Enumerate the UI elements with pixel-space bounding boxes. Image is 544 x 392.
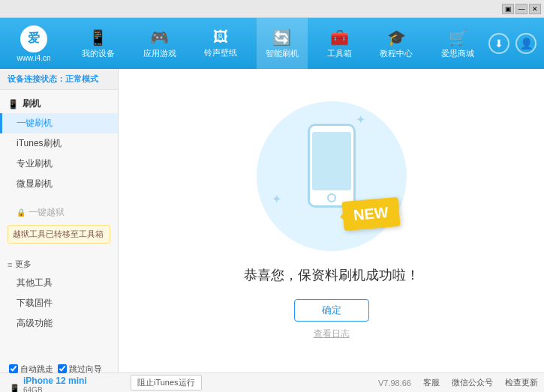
lock-icon: 🔒 (17, 208, 26, 217)
download-btn[interactable]: ⬇ (488, 33, 509, 54)
bars-icon: ≡ (8, 260, 12, 269)
nav-wallpaper[interactable]: 🖼 铃声壁纸 (195, 18, 246, 69)
shop-icon: 🛒 (449, 28, 467, 46)
wallpaper-icon: 🖼 (213, 28, 228, 46)
nav-items: 📱 我的设备 🎮 应用游戏 🖼 铃声壁纸 🔄 智能刷机 🧰 工具箱 🎓 教程中心… (68, 18, 488, 69)
version-text: V7.98.66 (378, 379, 411, 388)
phone-screen (312, 132, 351, 190)
sidebar-item-other-tools[interactable]: 其他工具 (0, 273, 118, 293)
confirm-button[interactable]: 确定 (294, 299, 369, 322)
sidebar-item-pro[interactable]: 专业刷机 (0, 154, 118, 174)
nav-tools[interactable]: 🧰 工具箱 (318, 18, 361, 69)
auto-skip-input[interactable] (9, 364, 18, 373)
checkboxes-row: 自动跳走 跳过向导 (9, 364, 122, 375)
phone-shape (308, 124, 356, 208)
logo-area: 爱 www.i4.cn (8, 25, 60, 62)
nav-flash[interactable]: 🔄 智能刷机 (257, 18, 308, 69)
title-bar: ▣ — ✕ (0, 0, 544, 18)
content-area: ✦ ✦ NEW 恭喜您，保资料刷机成功啦！ 确定 查看日志 (119, 69, 544, 373)
tutorial-icon: 🎓 (387, 28, 406, 46)
sidebar-more-section: ≡ 更多 其他工具 下载固件 高级功能 (0, 251, 118, 338)
skip-wizard-input[interactable] (58, 364, 67, 373)
logo-icon: 爱 (20, 25, 47, 52)
bottom-left-section: 自动跳走 跳过向导 📱 iPhone 12 mini 64GB Down-12m… (6, 364, 125, 393)
device-info-row: 📱 iPhone 12 mini 64GB Down-12mini-13.1 (9, 376, 122, 393)
device-info: iPhone 12 mini 64GB Down-12mini-13.1 (23, 376, 87, 393)
nav-shop[interactable]: 🛒 爱思商城 (432, 18, 483, 69)
logo-site: www.i4.cn (17, 54, 50, 62)
new-badge: NEW (341, 197, 400, 231)
check-update-link[interactable]: 检查更新 (505, 377, 538, 388)
jailbreak-notice: 越狱工具已转移至工具箱 (8, 225, 110, 244)
nav-mydevice[interactable]: 📱 我的设备 (73, 18, 124, 69)
header-right: ⬇ 👤 (488, 33, 536, 54)
bottom-right: V7.98.66 客服 微信公众号 检查更新 (378, 377, 538, 388)
sidebar-item-advanced[interactable]: 高级功能 (0, 313, 118, 334)
phone-home-btn (327, 193, 336, 202)
bottom-center: 阻止iTunes运行 (125, 375, 378, 391)
flash-section-icon: 📱 (8, 99, 19, 109)
bottom-bar: 自动跳走 跳过向导 📱 iPhone 12 mini 64GB Down-12m… (0, 373, 544, 392)
wechat-link[interactable]: 微信公众号 (452, 377, 493, 388)
device-name: iPhone 12 mini (23, 376, 87, 386)
skip-wizard-checkbox[interactable]: 跳过向导 (58, 364, 102, 375)
sidebar-jailbreak-section: 🔒 一键越狱 越狱工具已转移至工具箱 (0, 199, 118, 251)
mydevice-icon: 📱 (89, 28, 107, 46)
tools-icon: 🧰 (330, 28, 349, 46)
appgames-icon: 🎮 (150, 28, 169, 46)
device-storage: 64GB (23, 386, 87, 393)
success-message: 恭喜您，保资料刷机成功啦！ (244, 266, 419, 284)
status-bar: 设备连接状态：正常模式 (0, 69, 118, 90)
device-phone-icon: 📱 (9, 384, 20, 393)
sidebar-flash-section: 📱 刷机 一键刷机 iTunes刷机 专业刷机 微显刷机 (0, 90, 118, 199)
minimize-btn[interactable]: ▣ (502, 4, 514, 14)
customer-service-link[interactable]: 客服 (423, 377, 440, 388)
header: 爱 www.i4.cn 📱 我的设备 🎮 应用游戏 🖼 铃声壁纸 🔄 智能刷机 … (0, 18, 544, 69)
phone-illustration: ✦ ✦ NEW (257, 101, 407, 251)
sidebar-item-download-fw[interactable]: 下载固件 (0, 293, 118, 313)
auto-skip-checkbox[interactable]: 自动跳走 (9, 364, 53, 375)
sidebar-section-flash-title: 📱 刷机 (0, 94, 118, 113)
star1-icon: ✦ (356, 112, 365, 127)
restore-btn[interactable]: — (515, 4, 527, 14)
nav-appgames[interactable]: 🎮 应用游戏 (134, 18, 185, 69)
sidebar-item-itunes[interactable]: iTunes刷机 (0, 133, 118, 154)
sidebar: 设备连接状态：正常模式 📱 刷机 一键刷机 iTunes刷机 专业刷机 微显刷机… (0, 69, 119, 373)
sidebar-jailbreak-disabled: 🔒 一键越狱 (0, 203, 118, 222)
sidebar-item-micro[interactable]: 微显刷机 (0, 174, 118, 194)
nav-tutorial[interactable]: 🎓 教程中心 (371, 18, 422, 69)
flash-icon: 🔄 (272, 28, 291, 46)
user-btn[interactable]: 👤 (515, 33, 536, 54)
sidebar-item-onekey[interactable]: 一键刷机 (0, 113, 118, 133)
itunes-status-btn[interactable]: 阻止iTunes运行 (131, 375, 202, 391)
main-area: 设备连接状态：正常模式 📱 刷机 一键刷机 iTunes刷机 专业刷机 微显刷机… (0, 69, 544, 373)
sidebar-more-title: ≡ 更多 (0, 256, 118, 273)
star2-icon: ✦ (272, 192, 281, 206)
close-btn[interactable]: ✕ (529, 4, 541, 14)
view-log-link[interactable]: 查看日志 (314, 328, 350, 340)
